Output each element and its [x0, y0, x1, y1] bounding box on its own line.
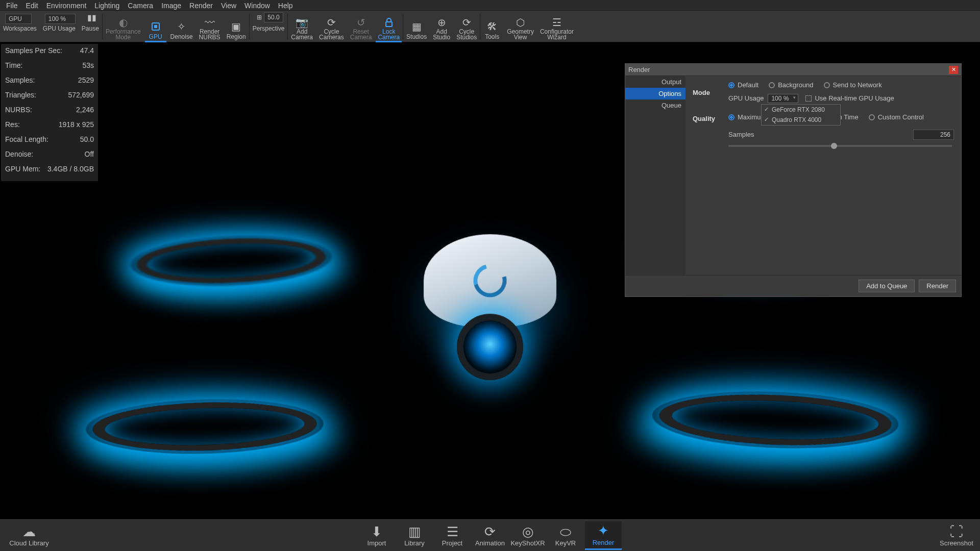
add-camera-button[interactable]: 📷Add Camera — [288, 12, 316, 42]
screenshot-button[interactable]: ⛶ Screenshot — [938, 521, 975, 550]
focal-length-field[interactable]: 50.0 — [264, 12, 283, 22]
render-button[interactable]: ✦Render — [585, 521, 622, 550]
samples-slider[interactable] — [728, 145, 952, 147]
menu-edit[interactable]: Edit — [22, 1, 42, 11]
cycle-studios-button[interactable]: ⟳Cycle Studios — [453, 12, 480, 42]
mode-radio-default[interactable]: Default — [728, 81, 758, 89]
close-icon[interactable]: ✕ — [949, 66, 958, 74]
ribbon-toolbar: GPU Workspaces 100 % GPU Usage ▮▮ Pause … — [0, 11, 980, 42]
mode-radio-background[interactable]: Background — [769, 81, 813, 89]
menu-view[interactable]: View — [217, 1, 240, 11]
cloud-icon: ☁ — [22, 524, 36, 539]
menu-environment[interactable]: Environment — [42, 1, 91, 11]
camera-plus-icon: 📷 — [296, 16, 308, 29]
gpu-usage-label: GPU Usage — [728, 94, 764, 102]
quality-radio-custom-control[interactable]: Custom Control — [869, 113, 924, 121]
gpu-usage-select[interactable]: 100 % — [768, 94, 798, 103]
dialog-title: Render — [628, 66, 949, 73]
stat-row: Samples Per Sec:47.4 — [5, 46, 94, 56]
render-button[interactable]: Render — [919, 280, 956, 292]
keyvr-button[interactable]: ⬭KeyVR — [547, 521, 584, 550]
studios-button[interactable]: ▦Studios — [403, 12, 430, 42]
menu-camera[interactable]: Camera — [124, 1, 157, 11]
gpu-button[interactable]: GPU — [144, 12, 167, 42]
region-button[interactable]: ▣Region — [224, 12, 249, 42]
menu-window[interactable]: Window — [240, 1, 274, 11]
gpu-usage-field[interactable]: 100 % — [45, 14, 76, 24]
cycle-icon: ⟳ — [327, 16, 336, 29]
stat-row: Time:53s — [5, 61, 94, 70]
bottom-dock: ☁ Cloud Library ⬇Import▥Library☰Project⟳… — [0, 519, 980, 551]
stat-row: Denoise:Off — [5, 149, 94, 159]
add-to-queue-button[interactable]: Add to Queue — [859, 280, 915, 292]
gpu-usage-button[interactable]: GPU Usage — [40, 23, 79, 34]
keyshotxr-button[interactable]: ◎KeyShotXR — [509, 521, 546, 550]
studio-plus-icon: ⊕ — [437, 16, 446, 29]
library-button[interactable]: ▥Library — [396, 521, 433, 550]
dialog-tab-queue[interactable]: Queue — [625, 99, 685, 111]
gpu-option[interactable]: Quadro RTX 4000 — [762, 115, 840, 125]
stat-row: Samples:2529 — [5, 76, 94, 85]
dialog-tab-options[interactable]: Options — [625, 88, 685, 99]
mode-label: Mode — [693, 87, 728, 96]
stat-row: Res:1918 x 925 — [5, 120, 94, 130]
mode-radio-send-to-network[interactable]: Send to Network — [824, 81, 882, 89]
library-icon: ▥ — [408, 524, 421, 539]
menu-render[interactable]: Render — [185, 1, 217, 11]
lock-camera-button[interactable]: Lock Camera — [375, 12, 403, 42]
render-nurbs-button[interactable]: 〰Render NURBS — [196, 12, 224, 42]
slider-thumb[interactable] — [831, 143, 837, 149]
tools-button[interactable]: 🛠Tools — [480, 12, 504, 42]
samples-label: Samples — [728, 131, 754, 138]
stat-row: Triangles:572,699 — [5, 90, 94, 100]
gpu-mode-select[interactable]: GPU — [5, 14, 32, 24]
dialog-tab-output[interactable]: Output — [625, 76, 685, 88]
menu-help[interactable]: Help — [274, 1, 297, 11]
svg-rect-2 — [386, 22, 392, 27]
lock-icon — [384, 16, 394, 29]
geometry-view-button[interactable]: ⬡Geometry View — [504, 12, 537, 42]
denoise-button[interactable]: ✧Denoise — [167, 12, 196, 42]
studio-icon: ▦ — [412, 20, 422, 33]
stat-row: Focal Length:50.0 — [5, 135, 94, 144]
project-button[interactable]: ☰Project — [434, 521, 471, 550]
gpu-device-dropdown[interactable]: GeForce RTX 2080Quadro RTX 4000 — [761, 104, 841, 126]
gpu-option[interactable]: GeForce RTX 2080 — [762, 105, 840, 115]
menu-lighting[interactable]: Lighting — [90, 1, 124, 11]
animation-button[interactable]: ⟳Animation — [472, 521, 508, 550]
reset-camera-button[interactable]: ↺Reset Camera — [347, 12, 375, 42]
configurator-wizard-button[interactable]: ☲Configurator Wizard — [537, 12, 577, 42]
sliders-icon: ☲ — [552, 16, 561, 29]
keyshotxr-icon: ◎ — [522, 524, 534, 539]
realtime-gpu-checkbox[interactable] — [805, 95, 812, 102]
cube-icon: ⬡ — [516, 16, 525, 29]
performance-mode-button[interactable]: ◐Performance Mode — [103, 12, 144, 42]
pause-icon[interactable]: ▮▮ — [87, 13, 96, 22]
cycle-icon: ⟳ — [462, 16, 471, 29]
workspaces-button[interactable]: Workspaces — [0, 23, 40, 34]
quality-label: Quality — [693, 113, 728, 122]
menu-image[interactable]: Image — [157, 1, 185, 11]
realtime-gpu-label: Use Real-time GPU Usage — [815, 94, 894, 102]
import-button[interactable]: ⬇Import — [358, 521, 395, 550]
perspective-button[interactable]: Perspective — [250, 23, 288, 34]
pause-button[interactable]: Pause — [79, 23, 102, 34]
gauge-icon: ◐ — [119, 16, 128, 29]
focal-icon: ⊞ — [257, 14, 262, 21]
render-stats-overlay: Samples Per Sec:47.4Time:53sSamples:2529… — [1, 44, 98, 181]
render-dialog: Render ✕ OutputOptionsQueue Mode Default… — [625, 63, 962, 297]
chip-icon — [150, 20, 161, 33]
dialog-titlebar[interactable]: Render ✕ — [625, 64, 961, 76]
cloud-library-button[interactable]: ☁ Cloud Library — [6, 521, 52, 550]
render-icon: ✦ — [598, 523, 609, 539]
stat-row: NURBS:2,246 — [5, 105, 94, 115]
dialog-sidebar: OutputOptionsQueue — [625, 76, 685, 275]
menu-file[interactable]: File — [2, 1, 22, 11]
samples-input[interactable] — [913, 130, 954, 140]
cycle-cameras-button[interactable]: ⟳Cycle Cameras — [316, 12, 347, 42]
sparkle-icon: ✧ — [177, 20, 186, 33]
project-icon: ☰ — [447, 524, 458, 539]
crop-icon: ▣ — [231, 20, 241, 33]
add-studio-button[interactable]: ⊕Add Studio — [430, 12, 453, 42]
curve-icon: 〰 — [205, 16, 215, 29]
